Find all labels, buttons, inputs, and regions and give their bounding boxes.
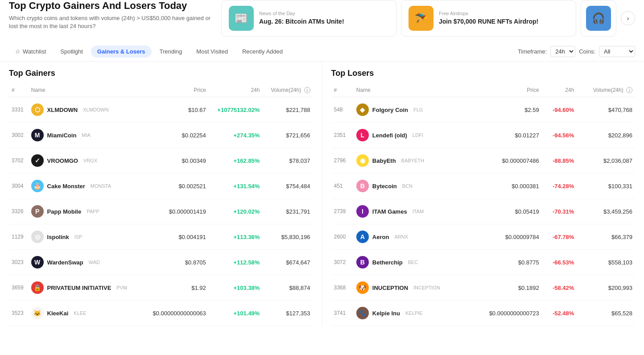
- losers-row[interactable]: 451 B Bytecoin BCN $0.000381 -74.28% $10…: [331, 173, 636, 199]
- gainers-change-7: +103.38%: [209, 275, 263, 301]
- losers-tbody: 548 ◆ Folgory Coin FLG $2.59 -94.60% $47…: [331, 97, 636, 326]
- losers-col-24h: 24h: [542, 83, 577, 97]
- gainers-ticker-7: PVM: [116, 285, 127, 290]
- losers-col-price: Price: [470, 83, 541, 97]
- losers-volume-2: $2,036,087: [577, 148, 635, 173]
- losers-row[interactable]: 2600 A Aeron ARNX $0.00009784 -67.78% $6…: [331, 224, 636, 250]
- gainers-price-5: $0.004191: [143, 224, 209, 250]
- gainers-change-3: +131.54%: [209, 173, 263, 199]
- gainers-row[interactable]: 3002 M MiamiCoin MIA $0.02254 +274.35% $…: [9, 123, 313, 148]
- news-card-1[interactable]: 📰 News of the Day Aug. 26: Bitcoin ATMs …: [221, 0, 396, 37]
- losers-volume-0: $470,768: [577, 97, 635, 123]
- gainers-row[interactable]: 3659 🔒 PRIVATEUM INITIATIVE PVM $1.92 +1…: [9, 275, 313, 301]
- losers-ticker-0: FLG: [413, 107, 423, 112]
- losers-price-0: $2.59: [470, 97, 541, 123]
- gainers-row[interactable]: 1129 ◎ Ispolink ISP $0.004191 +113.36% $…: [9, 224, 313, 250]
- losers-section: Top Losers # Name Price 24h Volume(24h) …: [322, 62, 636, 326]
- news-card-3-icon: 🎧: [586, 6, 611, 31]
- losers-change-1: -94.56%: [542, 123, 577, 148]
- tab-watchlist[interactable]: Watchlist: [9, 45, 52, 58]
- news-card-2-text: Free Airdrops Join $70,000 RUNE NFTs Air…: [439, 11, 538, 25]
- losers-row[interactable]: 3368 🐶 INUCEPTION INCEPTION $0.1892 -58.…: [331, 275, 636, 301]
- losers-change-3: -74.28%: [542, 173, 577, 199]
- losers-volume-8: $65,528: [577, 301, 635, 326]
- losers-change-6: -66.53%: [542, 250, 577, 275]
- losers-coinname-2: BabyEth: [372, 157, 396, 164]
- timeframe-select[interactable]: 24h 1h 7d 30d: [550, 46, 575, 57]
- header-left: Top Crypto Gainers And Losers Today Whic…: [9, 0, 214, 30]
- losers-volume-5: $66,379: [577, 224, 635, 250]
- losers-rank-0: 548: [331, 97, 354, 123]
- losers-change-7: -58.42%: [542, 275, 577, 301]
- page-subtitle: Which crypto coins and tokens with volum…: [9, 14, 214, 30]
- gainers-title: Top Gainers: [9, 62, 313, 83]
- losers-icon-7: 🐶: [356, 281, 369, 294]
- gainers-ticker-0: XLMDOWN: [83, 107, 108, 112]
- gainers-volume-6: $674,647: [262, 250, 313, 275]
- losers-volume-info-icon[interactable]: i: [626, 87, 632, 93]
- losers-row[interactable]: 2739 I ITAM Games ITAM $0.05419 -70.31% …: [331, 199, 636, 224]
- tabs-bar: Watchlist Spotlight Gainers & Losers Tre…: [0, 42, 644, 62]
- news-nav-next-button[interactable]: ›: [621, 11, 635, 25]
- gainers-volume-0: $221,788: [262, 97, 313, 123]
- news-card-2-title: Join $70,000 RUNE NFTs Airdrop!: [439, 17, 538, 25]
- losers-row[interactable]: 2796 ◉ BabyEth BABYETH $0.000007486 -88.…: [331, 148, 636, 173]
- gainers-icon-6: W: [31, 256, 44, 268]
- losers-price-5: $0.00009784: [470, 224, 541, 250]
- gainers-ticker-1: MIA: [82, 132, 91, 138]
- gainers-icon-1: M: [31, 129, 44, 141]
- gainers-rank-3: 3004: [9, 173, 29, 199]
- gainers-coinname-8: KleeKai: [47, 310, 69, 317]
- losers-icon-2: ◉: [356, 154, 369, 167]
- gainers-row[interactable]: 3023 W WardenSwap WAD $0.8705 +112.58% $…: [9, 250, 313, 275]
- gainers-coinname-5: Ispolink: [47, 234, 69, 240]
- gainers-icon-7: 🔒: [31, 281, 44, 294]
- losers-ticker-6: BEC: [408, 260, 418, 265]
- losers-name-2: ◉ BabyEth BABYETH: [354, 148, 470, 173]
- losers-price-2: $0.000007486: [470, 148, 541, 173]
- losers-row[interactable]: 3072 B Betherchip BEC $0.8775 -66.53% $5…: [331, 250, 636, 275]
- news-card-2[interactable]: 🪂 Free Airdrops Join $70,000 RUNE NFTs A…: [401, 0, 576, 37]
- gainers-price-6: $0.8705: [143, 250, 209, 275]
- news-card-1-text: News of the Day Aug. 26: Bitcoin ATMs Un…: [259, 11, 344, 25]
- gainers-volume-info-icon[interactable]: i: [304, 87, 310, 93]
- gainers-rank-8: 3523: [9, 301, 29, 326]
- tab-trending[interactable]: Trending: [153, 45, 189, 58]
- news-card-1-label: News of the Day: [259, 11, 344, 16]
- losers-price-6: $0.8775: [470, 250, 541, 275]
- losers-name-3: B Bytecoin BCN: [354, 173, 470, 199]
- gainers-change-5: +113.36%: [209, 224, 263, 250]
- losers-row[interactable]: 3741 🐾 Kelpie Inu KELPIE $0.000000000072…: [331, 301, 636, 326]
- losers-col-volume: Volume(24h) i: [577, 83, 635, 97]
- tab-most-visited[interactable]: Most Visited: [190, 45, 234, 58]
- losers-coinname-7: INUCEPTION: [372, 285, 408, 291]
- gainers-rank-4: 3326: [9, 199, 29, 224]
- coins-select[interactable]: All Top 100 Top 500: [599, 46, 635, 57]
- gainers-rank-6: 3023: [9, 250, 29, 275]
- tab-recently-added[interactable]: Recently Added: [236, 45, 289, 58]
- losers-coinname-1: Lendefi (old): [372, 132, 407, 139]
- gainers-change-1: +274.35%: [209, 123, 263, 148]
- losers-price-8: $0.0000000000723: [470, 301, 541, 326]
- gainers-icon-4: P: [31, 205, 44, 218]
- gainers-volume-5: $5,830,196: [262, 224, 313, 250]
- losers-row[interactable]: 2351 L Lendefi (old) LDFI $0.01227 -94.5…: [331, 123, 636, 148]
- gainers-row[interactable]: 3004 🎂 Cake Monster MONSTA $0.002521 +13…: [9, 173, 313, 199]
- tab-gainers-losers[interactable]: Gainers & Losers: [91, 45, 152, 58]
- news-card-1-icon: 📰: [229, 6, 254, 31]
- gainers-ticker-8: KLEE: [74, 310, 86, 316]
- gainers-row[interactable]: 3702 ✓ VROOMGO VRGX $0.00349 +162.85% $7…: [9, 148, 313, 173]
- gainers-col-24h: 24h: [209, 83, 263, 97]
- losers-icon-4: I: [356, 205, 369, 218]
- gainers-ticker-3: MONSTA: [91, 183, 111, 189]
- tab-spotlight[interactable]: Spotlight: [54, 45, 89, 58]
- gainers-row[interactable]: 3326 P Papp Mobile PAPP $0.000001419 +12…: [9, 199, 313, 224]
- gainers-price-0: $10.67: [143, 97, 209, 123]
- gainers-rank-5: 1129: [9, 224, 29, 250]
- gainers-row[interactable]: 3523 🐱 KleeKai KLEE $0.00000000000063 +1…: [9, 301, 313, 326]
- gainers-volume-1: $721,656: [262, 123, 313, 148]
- losers-row[interactable]: 548 ◆ Folgory Coin FLG $2.59 -94.60% $47…: [331, 97, 636, 123]
- losers-change-2: -88.85%: [542, 148, 577, 173]
- news-card-3[interactable]: 🎧: [581, 0, 616, 37]
- gainers-row[interactable]: 3331 ⬡ XLMDOWN XLMDOWN $10.67 +10775132.…: [9, 97, 313, 123]
